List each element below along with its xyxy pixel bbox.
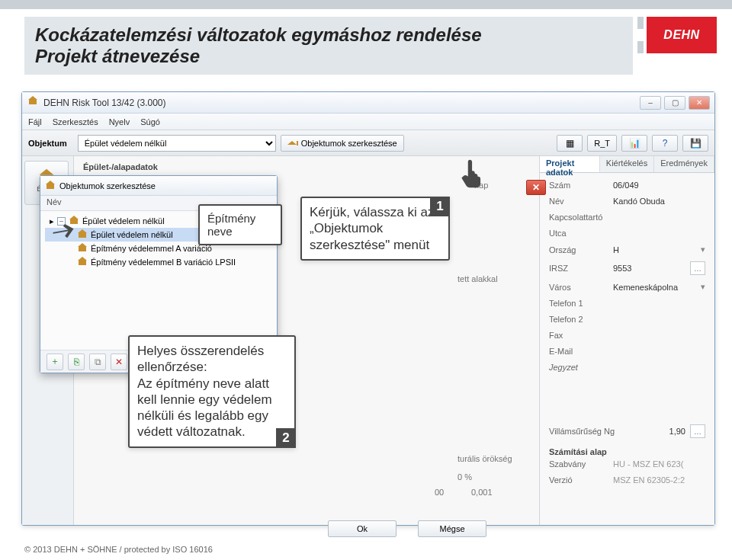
tree-item-label: Építmény védelemmel A variáció <box>91 244 212 253</box>
tree-item-label: Épület védelem nélkül <box>82 216 165 226</box>
tab-kiertekeles[interactable]: Kiértékelés <box>600 156 654 172</box>
chevron-down-icon[interactable]: ▾ <box>701 282 705 292</box>
logo-stripes <box>637 17 644 53</box>
maximize-button[interactable]: ▢ <box>664 96 685 110</box>
chart-icon: 📊 <box>628 137 640 149</box>
menu-edit[interactable]: Szerkesztés <box>53 117 98 126</box>
lbl-utca: Utca <box>549 229 608 238</box>
callout-text: Építmény neve <box>207 212 255 238</box>
val0001-text: 0,001 <box>471 488 493 497</box>
objektum-label: Objektum <box>28 139 67 148</box>
lbl-verzio: Verzió <box>549 475 608 485</box>
lbl-szam: Szám <box>549 181 608 190</box>
callout-number: 2 <box>276 428 296 448</box>
grid-icon: ▦ <box>563 137 576 149</box>
menu-bar: Fájl Szerkesztés Nyelv Súgó <box>22 114 714 130</box>
add-child-button[interactable]: ⎘ <box>68 354 85 370</box>
dialog-title-bar: Objektumok szerkesztése <box>40 176 277 196</box>
tett-alakkal-text: tett alakkal <box>458 274 498 283</box>
right-pane: Projekt adatok Kiértékelés Eredmények Sz… <box>539 156 714 525</box>
right-tabs: Projekt adatok Kiértékelés Eredmények <box>540 156 714 173</box>
tab-eredmenyek[interactable]: Eredmények <box>654 156 714 172</box>
dialog-title: Objektumok szerkesztése <box>59 181 156 190</box>
menu-help[interactable]: Súgó <box>140 117 160 126</box>
val-szam: 06/049 <box>613 181 705 190</box>
lbl-email: E-Mail <box>549 347 608 356</box>
close-button[interactable]: ✕ <box>689 96 710 110</box>
val-szabvany: HU - MSZ EN 623( <box>613 459 705 469</box>
lbl-nev: Név <box>549 197 608 206</box>
ok-button[interactable]: Ok <box>328 520 396 537</box>
dialog-icon <box>45 181 56 190</box>
chart-button[interactable]: 📊 <box>621 135 647 152</box>
slide-title-line2: Projekt átnevezése <box>35 46 200 66</box>
titlebar: DEHN Risk Tool 13/42 (3.000) – ▢ ✕ <box>22 92 714 114</box>
val-varos: Kemeneskápolna <box>613 283 696 292</box>
dehn-logo: DEHN <box>647 17 717 53</box>
tab-projekt-adatok[interactable]: Projekt adatok <box>540 156 600 172</box>
lbl-tel1: Telefon 1 <box>549 299 608 308</box>
lbl-fax: Fax <box>549 331 608 340</box>
toolbar: Objektum Épület védelem nélkül Objektumo… <box>22 130 714 156</box>
val-verzio: MSZ EN 62305-2:2 <box>613 475 705 485</box>
turalis-text: turális örökség <box>458 454 512 463</box>
lbl-varos: Város <box>549 283 608 292</box>
toggle-button-1[interactable]: ▦ <box>557 135 583 152</box>
szamitasi-alap-title: Számítási alap <box>549 447 705 456</box>
edit-objects-button[interactable]: Objektumok szerkesztése <box>281 135 404 152</box>
rt-label: R_T <box>594 139 610 148</box>
menu-lang[interactable]: Nyelv <box>109 117 130 126</box>
pointer-hand-icon <box>456 157 490 190</box>
rt-button[interactable]: R_T <box>587 135 617 152</box>
chevron-down-icon[interactable]: ▾ <box>701 245 705 254</box>
footer-copyright: © 2013 DEHN + SÖHNE / protected by ISO 1… <box>24 545 213 554</box>
project-form: Szám06/049 NévKandó Obuda Kapcsolattartó… <box>540 173 714 525</box>
tree-item-label: Épület védelem nélkül <box>91 230 173 239</box>
app-title: DEHN Risk Tool 13/42 (3.000) <box>43 98 166 108</box>
dialog-close-button[interactable]: ✕ <box>526 180 546 195</box>
callout-text: Helyes összerendelés ellenőrzése: Az épí… <box>137 344 272 439</box>
window-controls: – ▢ ✕ <box>640 96 710 110</box>
val-irsz: 9553 <box>613 264 685 273</box>
callout-1: Kérjük, válassza ki az „Objektumok szerk… <box>300 197 450 261</box>
objektum-select[interactable]: Épület védelem nélkül <box>78 135 276 152</box>
ng-more-button[interactable]: … <box>690 424 705 438</box>
copy-button[interactable]: ⧉ <box>89 354 106 370</box>
help-button[interactable]: ? <box>652 135 678 152</box>
callout-number: 1 <box>430 197 450 216</box>
lbl-ng: Villámsűrűség Ng <box>549 427 633 436</box>
house-icon <box>77 258 88 267</box>
slide-title-line1: Kockázatelemzési változatok egymáshoz re… <box>35 24 482 45</box>
app-icon <box>27 97 39 109</box>
irsz-more-button[interactable]: … <box>690 261 705 275</box>
val00-text: 00 <box>435 488 444 497</box>
add-button[interactable]: ＋ <box>47 354 63 370</box>
lbl-tel2: Telefon 2 <box>549 315 608 324</box>
house-icon <box>287 139 298 148</box>
val-ng: 1,90 <box>637 427 685 436</box>
lbl-orszag: Ország <box>549 245 608 254</box>
save-button[interactable]: 💾 <box>682 135 708 152</box>
tree-item-label: Építmény védelemmel B variáció LPSII <box>91 258 236 267</box>
save-icon: 💾 <box>689 137 702 149</box>
edit-objects-label: Objektumok szerkesztése <box>301 139 397 148</box>
callout-epitmeny-neve: Építmény neve <box>198 204 282 245</box>
callout-2: Helyes összerendelés ellenőrzése: Az épí… <box>128 335 296 448</box>
lbl-szabvany: Szabvány <box>549 459 608 469</box>
ok-cancel-row: Ok Mégse <box>328 520 486 537</box>
tree-row-child-3[interactable]: Építmény védelemmel B variáció LPSII <box>45 255 272 269</box>
pointer-hand-icon <box>47 213 85 251</box>
lbl-irsz: IRSZ <box>549 264 608 273</box>
slide-title: Kockázatelemzési változatok egymáshoz re… <box>24 17 633 75</box>
pct-text: 0 % <box>458 472 472 482</box>
slide-top-bar <box>0 0 732 9</box>
callout-text: Kérjük, válassza ki az „Objektumok szerk… <box>310 205 434 252</box>
val-orszag: H <box>613 245 696 254</box>
menu-file[interactable]: Fájl <box>28 117 42 126</box>
delete-button[interactable]: ✕ <box>111 354 127 370</box>
minimize-button[interactable]: – <box>640 96 661 110</box>
cancel-button[interactable]: Mégse <box>418 520 486 537</box>
help-icon: ? <box>659 137 671 149</box>
val-nev: Kandó Obuda <box>613 197 705 206</box>
lbl-jegyzet: Jegyzet <box>549 363 608 372</box>
